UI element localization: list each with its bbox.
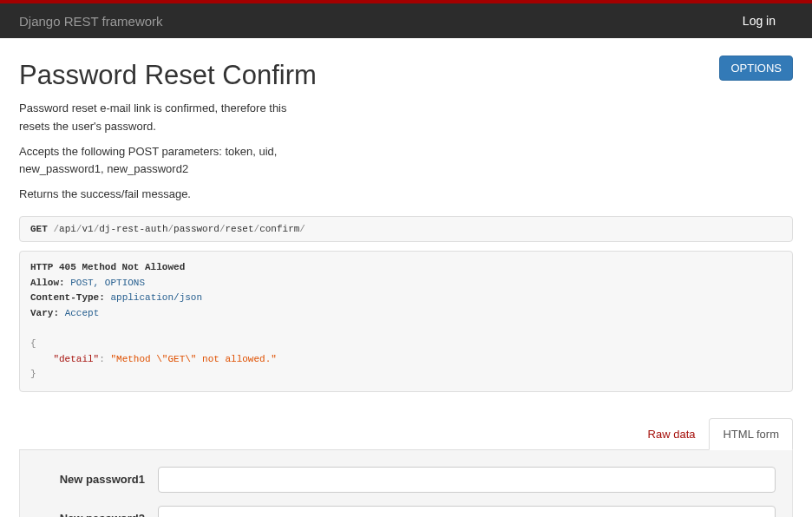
allow-header-val: POST, OPTIONS	[70, 278, 145, 288]
tab-html-form-link[interactable]: HTML form	[709, 418, 793, 450]
new-password1-input[interactable]	[158, 467, 776, 493]
options-button[interactable]: OPTIONS	[719, 56, 793, 81]
description-line-2: Accepts the following POST parameters: t…	[19, 143, 297, 180]
new-password2-input[interactable]	[158, 506, 776, 517]
response-info: HTTP 405 Method Not Allowed Allow: POST,…	[19, 251, 793, 392]
navbar-brand[interactable]: Django REST framework	[19, 14, 163, 29]
page-header-row: Password Reset Confirm OPTIONS	[19, 56, 793, 91]
post-form: New password1 New password2 Uid	[36, 467, 776, 517]
response-status: HTTP 405 Method Not Allowed	[30, 262, 185, 272]
form-tabs-container: Raw data HTML form New password1 New pas…	[19, 418, 793, 517]
description-line-3: Returns the success/fail message.	[19, 186, 297, 204]
request-line: GET /api/v1/dj-rest-auth/password/reset/…	[30, 224, 305, 234]
description-line-1: Password reset e-mail link is confirmed,…	[19, 100, 297, 136]
page-title: Password Reset Confirm	[19, 60, 317, 91]
json-close: }	[30, 369, 36, 379]
vary-header-key: Vary:	[30, 308, 59, 318]
form-group-new-password2: New password2	[36, 506, 776, 517]
page-header: Password Reset Confirm	[19, 56, 317, 91]
tab-html-form: HTML form	[709, 418, 793, 450]
form-group-new-password1: New password1	[36, 467, 776, 493]
tab-raw-data-link[interactable]: Raw data	[634, 418, 710, 450]
description: Password reset e-mail link is confirmed,…	[19, 100, 297, 204]
json-open: {	[30, 338, 36, 349]
json-body-val: "Method \"GET\" not allowed."	[110, 354, 276, 364]
new-password2-label: New password2	[36, 512, 158, 517]
form-well: New password1 New password2 Uid	[19, 450, 793, 517]
content-type-header-val: application/json	[110, 292, 202, 303]
login-link[interactable]: Log in	[743, 14, 793, 28]
content-type-header-key: Content-Type:	[30, 292, 105, 303]
main-container: Password Reset Confirm OPTIONS Password …	[0, 38, 812, 517]
request-info: GET /api/v1/dj-rest-auth/password/reset/…	[19, 216, 793, 242]
json-body-key: "detail"	[53, 354, 99, 364]
vary-header-val: Accept	[65, 308, 100, 318]
tab-content: New password1 New password2 Uid	[19, 450, 793, 517]
tabs-nav: Raw data HTML form	[19, 418, 793, 450]
navbar: Django REST framework Log in	[0, 3, 812, 38]
new-password1-label: New password1	[36, 473, 158, 486]
allow-header-key: Allow:	[30, 278, 65, 288]
tab-raw-data: Raw data	[634, 418, 710, 450]
